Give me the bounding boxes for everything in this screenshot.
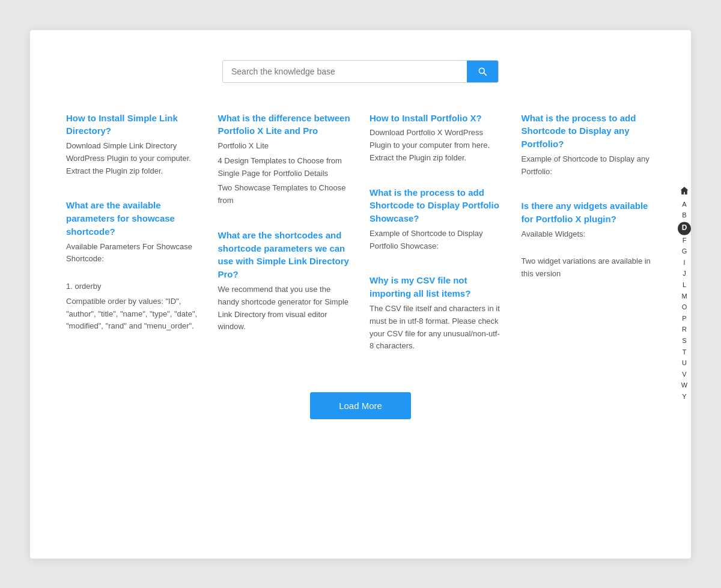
kb-item: Why is my CSV file not importing all lis… bbox=[370, 274, 503, 353]
kb-item: Is there any widgets available for Portf… bbox=[522, 199, 656, 280]
kb-item: What is the process to add Shortcode to … bbox=[370, 186, 503, 253]
alpha-letter-d[interactable]: D bbox=[678, 222, 691, 235]
kb-item: How to Install Portfolio X?Download Port… bbox=[370, 112, 503, 165]
kb-item-body: The CSV file itself and characters in it… bbox=[370, 303, 503, 353]
search-wrap bbox=[222, 60, 499, 83]
column-3: How to Install Portfolio X?Download Port… bbox=[370, 112, 503, 375]
kb-body-line: Compatible order by values: "ID", "autho… bbox=[66, 296, 200, 333]
alpha-letter-g[interactable]: G bbox=[682, 247, 687, 258]
kb-body-line: 4 Design Templates to Choose from Single… bbox=[218, 155, 352, 180]
alpha-letter-j[interactable]: J bbox=[683, 269, 686, 280]
kb-item: What is the process to add Shortcode to … bbox=[522, 112, 656, 178]
alpha-letter-s[interactable]: S bbox=[682, 336, 686, 347]
alpha-letter-w[interactable]: W bbox=[681, 381, 687, 392]
kb-body-line: We recommend that you use the handy shor… bbox=[218, 283, 352, 333]
search-button[interactable] bbox=[467, 61, 498, 82]
kb-item: How to Install Simple Link Directory?Dow… bbox=[66, 112, 200, 178]
alpha-letter-l[interactable]: L bbox=[683, 280, 686, 291]
kb-item-body: Example of Shortcode to Display any Port… bbox=[522, 153, 656, 178]
kb-body-line: 1. orderby bbox=[66, 280, 200, 293]
kb-item-title[interactable]: What is the process to add Shortcode to … bbox=[370, 187, 499, 224]
kb-item: What are the available parameters for sh… bbox=[66, 199, 200, 333]
alpha-list: ABDFGIJLMOPRSTUVWY bbox=[678, 199, 691, 402]
kb-item-title[interactable]: What are the available parameters for sh… bbox=[66, 200, 175, 237]
kb-item-body: Available Parameters For Showcase Shortc… bbox=[66, 241, 200, 333]
alpha-letter-u[interactable]: U bbox=[682, 359, 687, 369]
alpha-letter-r[interactable]: R bbox=[682, 325, 687, 336]
kb-body-line: Download Simple Link Directory WordPress… bbox=[66, 140, 200, 177]
alpha-letter-i[interactable]: I bbox=[683, 258, 685, 268]
kb-body-line: Two Showcase Templates to Choose from bbox=[218, 182, 352, 207]
alpha-home-icon[interactable] bbox=[680, 186, 689, 198]
kb-item-title[interactable]: How to Install Simple Link Directory? bbox=[66, 113, 178, 136]
kb-item-body: Portfolio X Lite4 Design Templates to Ch… bbox=[218, 140, 352, 207]
alpha-letter-v[interactable]: V bbox=[682, 369, 686, 380]
kb-body-line: Example of Shortcode to Display any Port… bbox=[522, 153, 656, 178]
svg-line-1 bbox=[484, 73, 486, 75]
column-1: How to Install Simple Link Directory?Dow… bbox=[66, 112, 200, 375]
search-icon bbox=[478, 67, 487, 76]
content-grid: How to Install Simple Link Directory?Dow… bbox=[66, 112, 655, 375]
kb-body-line: Portfolio X Lite bbox=[218, 140, 352, 153]
kb-item-body: Example of Shortcode to Display Portfoli… bbox=[370, 228, 503, 253]
alpha-letter-p[interactable]: P bbox=[682, 314, 686, 324]
kb-body-line: Available Parameters For Showcase Shortc… bbox=[66, 241, 200, 266]
alpha-letter-t[interactable]: T bbox=[683, 347, 687, 358]
kb-item-title[interactable]: How to Install Portfolio X? bbox=[370, 113, 482, 123]
kb-item-body: We recommend that you use the handy shor… bbox=[218, 283, 352, 333]
alpha-letter-y[interactable]: Y bbox=[682, 392, 686, 402]
alpha-letter-f[interactable]: F bbox=[683, 235, 687, 246]
kb-item-title[interactable]: Why is my CSV file not importing all lis… bbox=[370, 275, 470, 299]
alpha-letter-a[interactable]: A bbox=[682, 199, 686, 210]
kb-item: What is the difference between Portfolio… bbox=[218, 112, 352, 207]
kb-item-title[interactable]: Is there any widgets available for Portf… bbox=[522, 201, 648, 224]
kb-body-line: Available Widgets: bbox=[522, 228, 656, 241]
kb-item: What are the shortcodes and shortcode pa… bbox=[218, 229, 352, 333]
kb-item-title[interactable]: What are the shortcodes and shortcode pa… bbox=[218, 230, 349, 279]
alpha-letter-b[interactable]: B bbox=[682, 211, 686, 222]
alpha-letter-m[interactable]: M bbox=[681, 291, 687, 302]
kb-body-line: Example of Shortcode to Display Portfoli… bbox=[370, 228, 503, 253]
kb-body-line: Two widget variations are available in t… bbox=[522, 255, 656, 280]
main-container: How to Install Simple Link Directory?Dow… bbox=[30, 30, 691, 559]
kb-item-body: Download Simple Link Directory WordPress… bbox=[66, 140, 200, 177]
column-4: What is the process to add Shortcode to … bbox=[522, 112, 656, 375]
alpha-letter-o[interactable]: O bbox=[682, 303, 687, 314]
kb-item-body: Available Widgets:Two widget variations … bbox=[522, 228, 656, 280]
search-input[interactable] bbox=[223, 61, 467, 82]
load-more-row: Load More bbox=[66, 392, 655, 419]
load-more-button[interactable]: Load More bbox=[310, 392, 411, 419]
column-2: What is the difference between Portfolio… bbox=[218, 112, 352, 375]
search-row bbox=[66, 60, 655, 83]
kb-item-body: Download Portfolio X WordPress Plugin to… bbox=[370, 127, 503, 164]
kb-item-title[interactable]: What is the process to add Shortcode to … bbox=[522, 113, 636, 150]
alpha-sidebar: ABDFGIJLMOPRSTUVWY bbox=[678, 186, 691, 402]
kb-body-line: The CSV file itself and characters in it… bbox=[370, 303, 503, 353]
kb-body-line: Download Portfolio X WordPress Plugin to… bbox=[370, 127, 503, 164]
kb-item-title[interactable]: What is the difference between Portfolio… bbox=[218, 113, 350, 136]
